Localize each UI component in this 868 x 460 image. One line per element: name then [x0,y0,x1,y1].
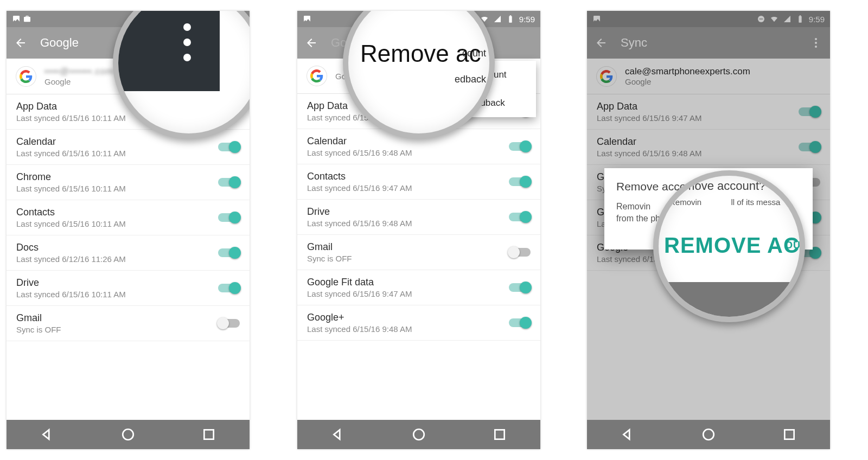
sync-toggle[interactable] [509,177,531,186]
sync-item-sub: Last synced 6/15/16 10:11 AM [16,113,126,123]
account-provider: Google [44,77,114,86]
sync-item[interactable]: DocsLast synced 6/12/16 11:26 AM [7,235,250,271]
sync-item-name: App Data [597,101,701,112]
sync-toggle[interactable] [509,248,531,257]
sync-item-sub: Last synced 6/15/16 10:11 AM [16,290,126,299]
status-clock: 9:59 [519,15,535,24]
sync-item[interactable]: GmailSync is OFF [297,235,540,270]
dialog-body-fragment: Removin ll of its messa [669,197,805,207]
nav-bar [7,420,250,449]
status-clock: 9:59 [809,15,825,24]
magnifier: Remove account? Removin ll of its messa … [653,170,805,322]
account-row[interactable]: cale@smartphoneexperts.com Google [587,59,830,94]
back-icon[interactable] [305,36,318,49]
appbar-title: Google [40,36,79,50]
sync-item[interactable]: ContactsLast synced 6/15/16 9:47 AM [297,164,540,200]
nav-back-icon[interactable] [621,427,635,442]
sync-item[interactable]: CalendarLast synced 6/15/16 9:48 AM [587,130,830,165]
phone-2: 9:59 Google Google App DataLast synced 6… [297,11,540,449]
sync-item[interactable]: DriveLast synced 6/15/16 10:11 AM [7,271,250,306]
sync-toggle[interactable] [509,318,531,327]
svg-point-11 [815,38,817,40]
svg-point-13 [815,46,817,48]
sync-toggle[interactable] [509,283,531,292]
sync-item[interactable]: Google Fit dataLast synced 6/15/16 9:47 … [297,270,540,305]
sync-item[interactable]: ContactsLast synced 6/15/16 10:11 AM [7,200,250,235]
nav-recent-icon[interactable] [782,427,796,442]
nav-home-icon[interactable] [121,427,135,442]
phone-1: Google ••••@••••••.com Google App DataLa… [7,11,250,449]
status-bar: 9:59 [587,11,830,27]
sync-item-sub: Last synced 6/15/16 9:47 AM [307,289,412,298]
account-email: ••••@••••••.com [44,66,114,77]
back-icon[interactable] [595,36,608,49]
sync-item-sub: Sync is OFF [16,325,61,334]
image-icon [592,15,601,23]
app-bar: Sync [587,27,830,59]
nav-back-icon[interactable] [331,427,345,442]
sync-item-sub: Last synced 6/15/16 9:47 AM [597,113,701,123]
back-icon[interactable] [14,36,27,49]
sync-item-sub: Last synced 6/15/16 9:48 AM [307,324,412,334]
sync-toggle[interactable] [799,107,820,116]
sync-item-sub: Last synced 6/15/16 9:48 AM [597,149,701,158]
sync-item-name: Contacts [16,207,126,218]
nav-recent-icon[interactable] [202,427,216,442]
briefcase-icon [23,15,31,23]
confirm-button-fragment: OUNT [785,240,805,251]
overflow-menu-icon[interactable] [183,23,191,61]
sync-item-name: Google+ [307,312,412,323]
sync-item[interactable]: GmailSync is OFF [7,306,250,341]
sync-toggle[interactable] [218,143,240,151]
sync-toggle[interactable] [509,213,531,221]
sync-item-name: Gmail [16,312,61,324]
svg-rect-4 [205,430,214,439]
sync-item-name: Calendar [307,136,412,147]
svg-point-3 [123,429,133,440]
signal-icon [493,15,502,23]
sync-item-name: Google Fit data [307,277,412,288]
sync-item-name: Drive [307,206,412,218]
sync-toggle[interactable] [218,248,240,257]
nav-recent-icon[interactable] [493,427,507,442]
sync-item[interactable]: ChromeLast synced 6/15/16 10:11 AM [7,165,250,200]
sync-item-sub: Last synced 6/15/16 10:11 AM [16,184,126,193]
google-logo-icon [597,67,616,86]
nav-home-icon[interactable] [701,427,716,442]
signal-icon [783,15,792,23]
sync-item-name: Contacts [307,171,412,182]
svg-rect-15 [785,430,794,439]
sync-item-sub: Last synced 6/15/16 10:11 AM [16,219,126,228]
nav-back-icon[interactable] [40,427,54,442]
image-icon [303,15,311,23]
battery-icon [796,15,805,23]
sync-toggle[interactable] [218,213,240,222]
sync-item-name: Calendar [597,136,701,148]
nav-bar [297,420,540,449]
sync-item[interactable]: Google+Last synced 6/15/16 9:48 AM [297,305,540,341]
account-provider: Google [625,77,750,86]
dnd-icon [757,15,765,23]
sync-item[interactable]: DriveLast synced 6/15/16 9:48 AM [297,200,540,235]
sync-toggle[interactable] [218,178,240,187]
sync-toggle[interactable] [218,284,240,292]
appbar-title: Sync [621,36,647,50]
overflow-menu-icon[interactable] [809,36,822,49]
wifi-icon [770,15,778,23]
svg-rect-10 [759,18,763,19]
menu-text-fragment: count [462,48,486,59]
sync-item-sub: Last synced 6/15/16 9:47 AM [307,183,412,193]
sync-toggle[interactable] [799,143,820,151]
sync-item[interactable]: CalendarLast synced 6/15/16 10:11 AM [7,130,250,165]
svg-point-14 [703,429,714,440]
magnified-confirm-button[interactable]: REMOVE AC [664,233,800,258]
sync-item[interactable]: App DataLast synced 6/15/16 9:47 AM [587,94,830,130]
nav-home-icon[interactable] [412,427,426,442]
sync-toggle[interactable] [509,142,531,151]
google-logo-icon [307,66,327,86]
sync-toggle[interactable] [218,319,240,328]
image-icon [12,15,21,23]
sync-item-name: Calendar [16,136,126,148]
sync-item-sub: Last synced 6/15/16 10:11 AM [16,149,126,158]
menu-text-fragment: edback [455,74,486,85]
